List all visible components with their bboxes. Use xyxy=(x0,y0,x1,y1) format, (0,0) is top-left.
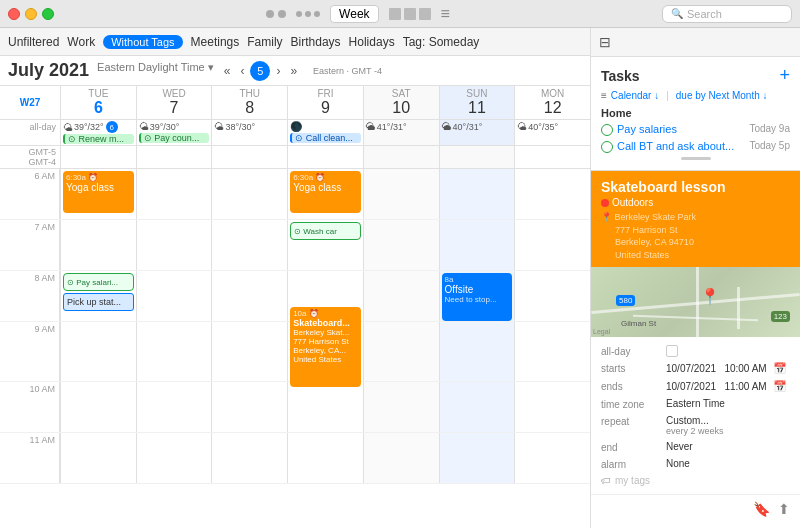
time-cell-thu-11[interactable] xyxy=(211,433,287,483)
gmt-tue xyxy=(60,146,136,168)
time-cell-sat-10[interactable] xyxy=(363,382,439,432)
event-pick-up-stat[interactable]: Pick up stat... xyxy=(63,293,134,311)
share-icon[interactable]: ⬆ xyxy=(778,501,790,517)
prev-button[interactable]: ‹ xyxy=(236,61,248,81)
calendar-icon-ends[interactable]: 📅 xyxy=(773,380,787,392)
filter-due[interactable]: due by Next Month ↓ xyxy=(676,90,768,101)
time-cell-mon-7[interactable] xyxy=(514,220,590,270)
calendar-icon: ≡ xyxy=(601,90,607,101)
time-cell-sun-11[interactable] xyxy=(439,433,515,483)
event-pay-salaries[interactable]: ⊙ Pay salari... xyxy=(63,273,134,291)
time-cell-mon-8[interactable] xyxy=(514,271,590,321)
allday-cell-wed[interactable]: 🌤39°/30° ⊙ Pay coun... xyxy=(136,120,212,145)
time-cell-tue-6[interactable]: 6:30a ⏰ Yoga class xyxy=(60,169,136,219)
detail-map[interactable]: 580 Gilman St 123 📍 Legal xyxy=(591,267,800,337)
sidebar-toggle-icon[interactable] xyxy=(266,10,286,18)
time-cell-sat-11[interactable] xyxy=(363,433,439,483)
tasks-add-button[interactable]: + xyxy=(779,65,790,86)
time-cell-tue-7[interactable] xyxy=(60,220,136,270)
event-pay-coun[interactable]: ⊙ Pay coun... xyxy=(139,133,210,143)
task-text-pay[interactable]: Pay salaries xyxy=(617,123,745,135)
time-cell-thu-8[interactable] xyxy=(211,271,287,321)
time-cell-sat-9[interactable] xyxy=(363,322,439,381)
detail-allday-checkbox[interactable] xyxy=(666,345,678,357)
maximize-button[interactable] xyxy=(42,8,54,20)
time-cell-thu-7[interactable] xyxy=(211,220,287,270)
time-cell-sat-6[interactable] xyxy=(363,169,439,219)
filter-tag-someday[interactable]: Tag: Someday xyxy=(403,35,480,49)
time-cell-wed-6[interactable] xyxy=(136,169,212,219)
filter-work[interactable]: Work xyxy=(67,35,95,49)
allday-cell-fri[interactable]: 🌑 ⊙ Call clean... xyxy=(287,120,363,145)
time-cell-wed-10[interactable] xyxy=(136,382,212,432)
time-cell-fri-11[interactable] xyxy=(287,433,363,483)
today-button[interactable]: 5 xyxy=(250,61,270,81)
task-text-call[interactable]: Call BT and ask about... xyxy=(617,140,745,152)
task-item-pay-salaries: Pay salaries Today 9a xyxy=(601,123,790,136)
time-cell-fri-10[interactable] xyxy=(287,382,363,432)
filter-holidays[interactable]: Holidays xyxy=(349,35,395,49)
filter-birthdays[interactable]: Birthdays xyxy=(291,35,341,49)
prev-prev-button[interactable]: « xyxy=(220,61,235,81)
time-cell-thu-6[interactable] xyxy=(211,169,287,219)
time-cell-tue-11[interactable] xyxy=(60,433,136,483)
hamburger-icon[interactable]: ≡ xyxy=(441,5,450,23)
time-cell-fri-9[interactable]: 10a ⏰ Skateboard... Berkeley Skat... 777… xyxy=(287,322,363,381)
time-cell-thu-9[interactable] xyxy=(211,322,287,381)
time-cell-sun-7[interactable] xyxy=(439,220,515,270)
time-cell-mon-6[interactable] xyxy=(514,169,590,219)
calendar-icon-starts[interactable]: 📅 xyxy=(773,362,787,374)
timezone-dropdown[interactable]: Eastern Daylight Time ▾ xyxy=(97,61,214,81)
event-yoga-fri[interactable]: 6:30a ⏰ Yoga class xyxy=(290,171,361,213)
task-checkbox-pay[interactable] xyxy=(601,124,613,136)
event-call-clean[interactable]: ⊙ Call clean... xyxy=(290,133,361,143)
filter-calendar[interactable]: Calendar ↓ xyxy=(611,90,659,101)
filter-unfiltered[interactable]: Unfiltered xyxy=(8,35,59,49)
time-cell-sat-8[interactable] xyxy=(363,271,439,321)
detail-starts-value: 10/07/2021 10:00 AM 📅 xyxy=(666,362,790,375)
time-cell-sun-6[interactable] xyxy=(439,169,515,219)
event-wash-car[interactable]: ⊙ Wash car xyxy=(290,222,361,240)
time-cell-thu-10[interactable] xyxy=(211,382,287,432)
event-offsite[interactable]: 8a Offsite Need to stop... xyxy=(442,273,513,321)
allday-cell-mon[interactable]: 🌤40°/35° xyxy=(514,120,590,145)
event-yoga-tue[interactable]: 6:30a ⏰ Yoga class xyxy=(63,171,134,213)
time-cell-mon-9[interactable] xyxy=(514,322,590,381)
time-cell-wed-11[interactable] xyxy=(136,433,212,483)
filter-without-tags[interactable]: Without Tags xyxy=(103,35,182,49)
filter-family[interactable]: Family xyxy=(247,35,282,49)
allday-cell-sun[interactable]: 🌥40°/31° xyxy=(439,120,515,145)
time-cell-wed-7[interactable] xyxy=(136,220,212,270)
time-cell-mon-10[interactable] xyxy=(514,382,590,432)
time-grid: 6 AM 6:30a ⏰ Yoga class 6:30a ⏰ Yoga cla… xyxy=(0,169,590,528)
titlebar-right: 🔍 Search xyxy=(662,5,792,23)
event-renew[interactable]: ⊙ Renew m... xyxy=(63,134,134,144)
search-bar[interactable]: 🔍 Search xyxy=(662,5,792,23)
time-cell-sun-10[interactable] xyxy=(439,382,515,432)
time-cell-sun-9[interactable] xyxy=(439,322,515,381)
close-button[interactable] xyxy=(8,8,20,20)
next-next-button[interactable]: » xyxy=(286,61,301,81)
time-cell-tue-10[interactable] xyxy=(60,382,136,432)
time-cell-fri-6[interactable]: 6:30a ⏰ Yoga class xyxy=(287,169,363,219)
allday-cell-thu[interactable]: 🌤38°/30° xyxy=(211,120,287,145)
time-cell-sat-7[interactable] xyxy=(363,220,439,270)
next-button[interactable]: › xyxy=(272,61,284,81)
sidebar-toggle[interactable]: ⊟ xyxy=(591,28,800,57)
time-cell-sun-8[interactable]: 8a Offsite Need to stop... xyxy=(439,271,515,321)
time-cell-mon-11[interactable] xyxy=(514,433,590,483)
filter-meetings[interactable]: Meetings xyxy=(191,35,240,49)
allday-cell-sat[interactable]: 🌥41°/31° xyxy=(363,120,439,145)
time-cell-tue-9[interactable] xyxy=(60,322,136,381)
minimize-button[interactable] xyxy=(25,8,37,20)
task-checkbox-call[interactable] xyxy=(601,141,613,153)
time-cell-wed-8[interactable] xyxy=(136,271,212,321)
bookmark-icon[interactable]: 🔖 xyxy=(753,501,770,517)
time-cell-wed-9[interactable] xyxy=(136,322,212,381)
time-cell-tue-8[interactable]: ⊙ Pay salari... Pick up stat... xyxy=(60,271,136,321)
event-skateboard[interactable]: 10a ⏰ Skateboard... Berkeley Skat... 777… xyxy=(290,307,361,387)
week-view-button[interactable]: Week xyxy=(330,5,378,23)
allday-cell-tue[interactable]: 🌤39°/32° 6 ⊙ Renew m... xyxy=(60,120,136,145)
detail-alarm-label: alarm xyxy=(601,458,666,470)
time-cell-fri-7[interactable]: ⊙ Wash car xyxy=(287,220,363,270)
